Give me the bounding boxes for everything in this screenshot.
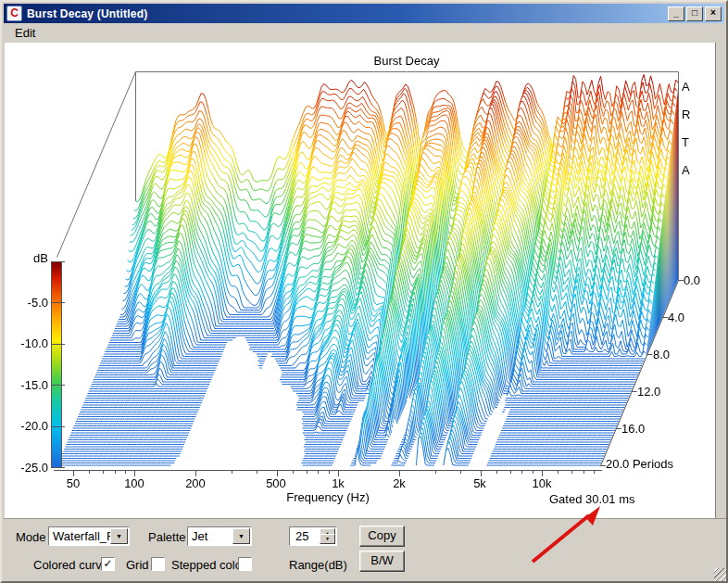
palette-label: Palette — [148, 530, 185, 544]
grid-label: Grid — [126, 558, 149, 572]
freq-tick-label: 5k — [461, 476, 498, 490]
period-tick-label: 4.0 — [668, 311, 684, 324]
freq-tick-label: 1k — [320, 476, 357, 490]
grid-checkbox[interactable] — [151, 557, 165, 571]
arta-burst-decay-window: C Burst Decay (Untitled) _ □ × Edit Burs… — [0, 0, 728, 583]
db-axis-label: dB — [15, 251, 48, 265]
palette-value: Jet — [192, 529, 207, 543]
chart-title: Burst Decay — [314, 54, 499, 68]
palette-dropdown[interactable]: Jet ▼ — [187, 526, 252, 546]
resize-grip[interactable] — [714, 568, 727, 581]
colored-curves-checkbox[interactable]: ✓ — [101, 557, 115, 571]
freq-tick-label: 2k — [381, 476, 418, 490]
range-spinner-value: 25 — [295, 529, 308, 543]
spinner-down-icon[interactable]: ▼ — [320, 534, 335, 544]
freq-tick-label: 10k — [523, 476, 560, 490]
range-db-label: Range(dB) — [289, 558, 347, 572]
bw-button[interactable]: B/W — [359, 551, 405, 572]
copy-button[interactable]: Copy — [359, 526, 405, 547]
period-tick-label: 16.0 — [621, 422, 645, 436]
freq-tick-label: 500 — [257, 476, 295, 490]
db-tick-label: -5.0 — [13, 296, 48, 310]
db-tick-label: -10.0 — [13, 336, 48, 350]
period-tick-label: 12.0 — [637, 385, 660, 399]
freq-axis-label: Frequency (Hz) — [254, 490, 402, 504]
control-panel: Mode Waterfall_F ▼ Palette Jet ▼ 25 ▲ ▼ … — [4, 518, 728, 582]
arta-watermark-letter: R — [682, 108, 690, 121]
range-spinner[interactable]: 25 ▲ ▼ — [289, 526, 337, 546]
period-tick-label: 20.0 Periods — [606, 457, 673, 471]
chevron-down-icon[interactable]: ▼ — [232, 528, 250, 544]
arta-watermark-letter: A — [682, 80, 690, 94]
db-tick-label: -15.0 — [13, 378, 48, 392]
period-tick-label: 0.0 — [684, 273, 700, 287]
mode-value: Waterfall_F — [53, 529, 114, 543]
gated-time-label: Gated 30.01 ms — [549, 492, 635, 506]
period-tick-label: 8.0 — [653, 348, 670, 361]
arta-watermark-letter: A — [682, 163, 690, 177]
stepped-colors-checkbox[interactable] — [238, 557, 252, 571]
arta-watermark-letter: T — [682, 135, 689, 149]
freq-tick-label: 50 — [55, 476, 92, 490]
freq-tick-label: 100 — [116, 476, 153, 490]
chevron-down-icon[interactable]: ▼ — [110, 528, 128, 544]
db-tick-label: -20.0 — [13, 419, 48, 433]
db-tick-label: -25.0 — [13, 461, 48, 475]
freq-tick-label: 200 — [177, 476, 214, 490]
mode-dropdown[interactable]: Waterfall_F ▼ — [48, 526, 130, 546]
mode-label: Mode — [16, 530, 46, 544]
